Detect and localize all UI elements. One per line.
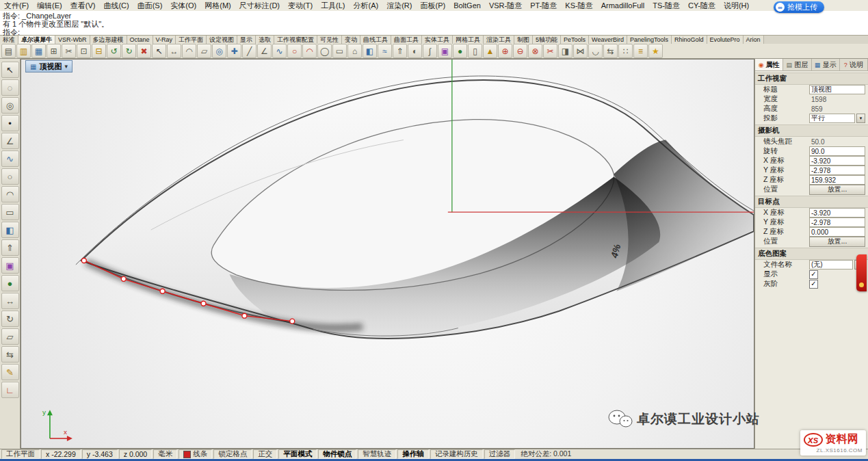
target-place-button[interactable]: 放置...	[809, 237, 865, 247]
sweep-icon[interactable]: ∫	[423, 44, 437, 58]
panel-tab-help[interactable]: ?说明	[840, 59, 868, 70]
toolbar-group-tab-6[interactable]: 工作平面	[176, 36, 207, 44]
field-rotation[interactable]: 90.0	[809, 146, 865, 156]
osnap-toggle[interactable]: 物件锁点	[318, 449, 356, 459]
dropdown-arrow-icon[interactable]: ▼	[856, 114, 865, 123]
menu-item-5[interactable]: 实体(O)	[166, 1, 200, 11]
arc-icon[interactable]: ◠	[302, 44, 317, 58]
toolbar-group-tab-14[interactable]: 曲面工具	[391, 36, 422, 44]
cut-icon[interactable]: ✂	[62, 44, 76, 58]
field-cam-x[interactable]: -3.920	[809, 156, 865, 166]
redo-icon[interactable]: ↻	[122, 44, 136, 58]
surface-icon[interactable]: ◧	[363, 44, 377, 58]
filter-toggle[interactable]: 过滤器	[484, 449, 516, 459]
mirror-icon[interactable]: ⇆	[1, 346, 19, 363]
layer-icon[interactable]: ≡	[633, 44, 648, 58]
solid-icon[interactable]: ▣	[1, 257, 19, 274]
sphere-icon[interactable]: ●	[1, 275, 19, 291]
field-target-x[interactable]: -3.920	[809, 208, 865, 218]
ellipse-icon[interactable]: ◯	[317, 44, 332, 58]
toolbar-group-tab-2[interactable]: VSR-WbR	[55, 36, 90, 44]
boolean-difference-icon[interactable]: ⊖	[513, 44, 527, 58]
lasso-icon[interactable]: ◌	[1, 79, 19, 96]
toolbar-group-tab-18[interactable]: 制图	[514, 36, 533, 44]
toolbar-group-tab-19[interactable]: 5轴功能	[533, 36, 561, 44]
box-icon[interactable]: ▣	[438, 44, 452, 58]
scale-icon[interactable]: ▱	[1, 328, 19, 345]
menu-item-10[interactable]: 分析(A)	[350, 1, 383, 11]
move-icon[interactable]: ↔	[1, 293, 19, 309]
viewport-menu-arrow-icon[interactable]: ▾	[64, 63, 68, 70]
select-icon[interactable]: ↖	[152, 44, 166, 58]
boolean-union-icon[interactable]: ⊕	[498, 44, 512, 58]
annotate-icon[interactable]: ✎	[1, 364, 19, 380]
toolbar-group-tab-12[interactable]: 变动	[342, 36, 360, 44]
panel-tab-display[interactable]: ▦显示	[812, 59, 840, 70]
ortho-toggle[interactable]: 正交	[253, 449, 277, 459]
viewport-canvas[interactable]: 4% y x	[21, 60, 754, 448]
toolbar-group-tab-3[interactable]: 多边形建模	[90, 36, 127, 44]
planar-toggle[interactable]: 平面模式	[278, 449, 317, 459]
toolbar-group-tab-4[interactable]: Octane	[127, 36, 153, 44]
rectangle-icon[interactable]: ▭	[1, 204, 19, 220]
history-toggle[interactable]: 记录建构历史	[430, 449, 483, 459]
arc-icon[interactable]: ◠	[1, 186, 19, 202]
toolbar-group-tab-0[interactable]: 标准	[0, 36, 18, 44]
circle-icon[interactable]: ○	[287, 44, 302, 58]
print-icon[interactable]: ⊞	[47, 44, 61, 58]
toolbar-group-tab-16[interactable]: 网格工具	[453, 36, 484, 44]
sphere-icon[interactable]: ●	[453, 44, 467, 58]
cone-icon[interactable]: ▲	[483, 44, 497, 58]
menu-item-2[interactable]: 查看(V)	[66, 1, 100, 11]
toolbar-group-tab-10[interactable]: 工作视窗配置	[274, 36, 317, 44]
open-icon[interactable]: ▥	[16, 44, 31, 58]
scale-icon[interactable]: ▱	[197, 44, 211, 58]
menu-item-9[interactable]: 工具(L)	[317, 1, 349, 11]
toolbar-group-tab-13[interactable]: 曲线工具	[360, 36, 391, 44]
trim-icon[interactable]: ✂	[543, 44, 557, 58]
paste-icon[interactable]: ⊟	[92, 44, 106, 58]
toolbar-group-tab-23[interactable]: RhinoGold	[672, 36, 707, 44]
rotate-icon[interactable]: ◠	[182, 44, 196, 58]
smarttrack-toggle[interactable]: 智慧轨迹	[358, 449, 396, 459]
toolbar-group-tab-15[interactable]: 实体工具	[422, 36, 453, 44]
menu-item-7[interactable]: 尺寸标注(D)	[235, 1, 284, 11]
rectangle-icon[interactable]: ▭	[332, 44, 347, 58]
extrude-icon[interactable]: ⇑	[393, 44, 407, 58]
toolbar-group-tab-21[interactable]: WeaverBird	[589, 36, 627, 44]
menu-item-19[interactable]: CY-随意	[684, 1, 720, 11]
units-cell[interactable]: 毫米	[153, 449, 177, 459]
menu-item-4[interactable]: 曲面(S)	[133, 1, 167, 11]
viewport-top-view[interactable]: 4% y x ▦ 顶视图 ▾ 卓尔谟工业设计小站	[21, 59, 754, 449]
delete-icon[interactable]: ✖	[137, 44, 151, 58]
menu-item-20[interactable]: 说明(H)	[720, 1, 753, 11]
polyline-icon[interactable]: ∠	[1, 133, 19, 149]
split-icon[interactable]: ◨	[558, 44, 573, 58]
curve-icon[interactable]: ∿	[1, 150, 19, 167]
rotate-icon[interactable]: ↻	[1, 311, 19, 327]
toolbar-group-tab-5[interactable]: V-Ray	[153, 36, 176, 44]
menu-item-8[interactable]: 变动(T)	[284, 1, 317, 11]
field-title[interactable]: 顶视图	[809, 85, 865, 94]
command-area[interactable]: 指令: _ChangeLayer 有 1 个物件更改至图层 "默认"。 指令:	[0, 11, 868, 36]
zoom-icon[interactable]: ◎	[212, 44, 226, 58]
move-icon[interactable]: ↔	[167, 44, 181, 58]
circle-icon[interactable]: ○	[1, 168, 19, 185]
wallpaper-show-checkbox[interactable]: ✓	[809, 270, 818, 279]
pan-icon[interactable]: ✚	[227, 44, 241, 58]
menu-item-6[interactable]: 网格(M)	[200, 1, 235, 11]
menu-item-15[interactable]: PT-随意	[526, 1, 561, 11]
menu-item-1[interactable]: 编辑(E)	[33, 1, 66, 11]
field-wallpaper-file[interactable]: (无)	[809, 260, 853, 269]
revolve-icon[interactable]: ◐	[408, 44, 422, 58]
copy-icon[interactable]: ⊡	[77, 44, 91, 58]
field-target-y[interactable]: -2.978	[809, 218, 865, 227]
toolbar-group-tab-9[interactable]: 选取	[256, 36, 274, 44]
toolbar-group-tab-8[interactable]: 显示	[237, 36, 256, 44]
layer-indicator[interactable]: 线条	[179, 449, 212, 459]
toolbar-group-tab-20[interactable]: PeTools	[561, 36, 589, 44]
save-icon[interactable]: ▦	[31, 44, 46, 58]
array-icon[interactable]: ∷	[618, 44, 633, 58]
menu-item-16[interactable]: KS-随意	[561, 1, 596, 11]
new-icon[interactable]: ▤	[1, 44, 16, 58]
